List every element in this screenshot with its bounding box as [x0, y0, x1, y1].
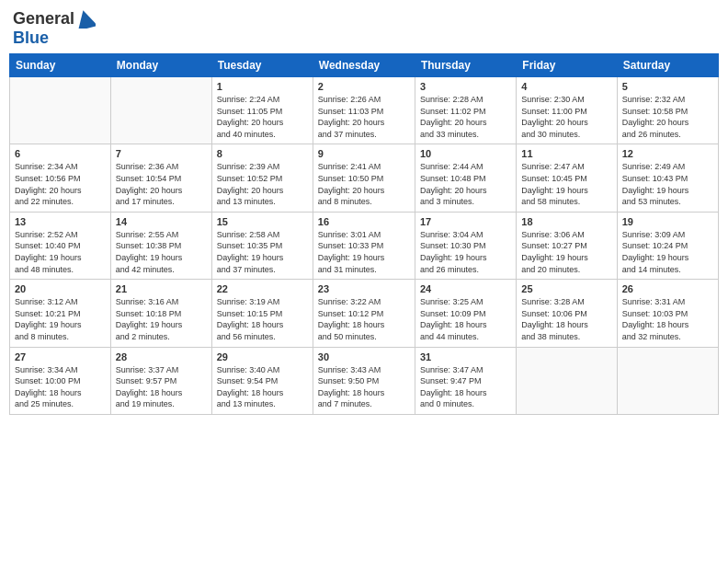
day-info: Sunrise: 3:37 AM Sunset: 9:57 PM Dayligh… [116, 364, 207, 410]
day-info: Sunrise: 3:19 AM Sunset: 10:15 PM Daylig… [217, 296, 308, 342]
weekday-header-wednesday: Wednesday [313, 54, 415, 77]
calendar-cell: 11Sunrise: 2:47 AM Sunset: 10:45 PM Dayl… [517, 144, 617, 212]
day-number: 21 [116, 283, 207, 294]
day-info: Sunrise: 2:30 AM Sunset: 11:00 PM Daylig… [521, 94, 611, 140]
calendar-cell [10, 77, 111, 144]
calendar-cell: 29Sunrise: 3:40 AM Sunset: 9:54 PM Dayli… [211, 347, 313, 414]
day-number: 24 [420, 283, 511, 294]
calendar-cell: 27Sunrise: 3:34 AM Sunset: 10:00 PM Dayl… [10, 347, 111, 414]
day-number: 13 [15, 216, 106, 227]
calendar-cell: 26Sunrise: 3:31 AM Sunset: 10:03 PM Dayl… [617, 280, 718, 347]
calendar-cell: 9Sunrise: 2:41 AM Sunset: 10:50 PM Dayli… [313, 144, 415, 212]
day-number: 26 [622, 283, 713, 294]
day-info: Sunrise: 3:43 AM Sunset: 9:50 PM Dayligh… [318, 364, 410, 410]
day-info: Sunrise: 3:12 AM Sunset: 10:21 PM Daylig… [15, 296, 106, 342]
calendar-cell: 1Sunrise: 2:24 AM Sunset: 11:05 PM Dayli… [211, 77, 313, 144]
logo: General Blue [13, 9, 97, 48]
day-number: 1 [217, 81, 308, 92]
day-info: Sunrise: 2:55 AM Sunset: 10:38 PM Daylig… [116, 229, 207, 275]
day-number: 8 [217, 148, 308, 159]
day-number: 3 [420, 81, 511, 92]
page-header: General Blue [9, 9, 719, 48]
day-info: Sunrise: 3:09 AM Sunset: 10:24 PM Daylig… [622, 229, 713, 275]
calendar-cell: 25Sunrise: 3:28 AM Sunset: 10:06 PM Dayl… [517, 280, 617, 347]
day-number: 6 [15, 148, 106, 159]
calendar-cell: 15Sunrise: 2:58 AM Sunset: 10:35 PM Dayl… [211, 212, 313, 279]
calendar-table: SundayMondayTuesdayWednesdayThursdayFrid… [9, 53, 719, 415]
calendar-cell: 4Sunrise: 2:30 AM Sunset: 11:00 PM Dayli… [517, 77, 617, 144]
calendar-cell: 22Sunrise: 3:19 AM Sunset: 10:15 PM Dayl… [211, 280, 313, 347]
calendar-week-3: 13Sunrise: 2:52 AM Sunset: 10:40 PM Dayl… [10, 212, 719, 279]
day-info: Sunrise: 2:39 AM Sunset: 10:52 PM Daylig… [217, 161, 308, 207]
weekday-header-monday: Monday [110, 54, 211, 77]
calendar-cell: 12Sunrise: 2:49 AM Sunset: 10:43 PM Dayl… [617, 144, 718, 212]
calendar-cell: 18Sunrise: 3:06 AM Sunset: 10:27 PM Dayl… [517, 212, 617, 279]
day-info: Sunrise: 3:25 AM Sunset: 10:09 PM Daylig… [420, 296, 511, 342]
day-number: 20 [15, 283, 106, 294]
day-number: 7 [116, 148, 207, 159]
calendar-cell: 7Sunrise: 2:36 AM Sunset: 10:54 PM Dayli… [110, 144, 211, 212]
day-number: 25 [521, 283, 611, 294]
day-number: 2 [318, 81, 410, 92]
day-info: Sunrise: 2:34 AM Sunset: 10:56 PM Daylig… [15, 161, 106, 207]
day-number: 18 [521, 216, 611, 227]
day-info: Sunrise: 3:22 AM Sunset: 10:12 PM Daylig… [318, 296, 410, 342]
day-info: Sunrise: 2:36 AM Sunset: 10:54 PM Daylig… [116, 161, 207, 207]
day-info: Sunrise: 2:41 AM Sunset: 10:50 PM Daylig… [318, 161, 410, 207]
calendar-cell: 16Sunrise: 3:01 AM Sunset: 10:33 PM Dayl… [313, 212, 415, 279]
calendar-cell: 6Sunrise: 2:34 AM Sunset: 10:56 PM Dayli… [10, 144, 111, 212]
day-info: Sunrise: 2:47 AM Sunset: 10:45 PM Daylig… [521, 161, 611, 207]
calendar-cell: 14Sunrise: 2:55 AM Sunset: 10:38 PM Dayl… [110, 212, 211, 279]
calendar-cell: 21Sunrise: 3:16 AM Sunset: 10:18 PM Dayl… [110, 280, 211, 347]
day-info: Sunrise: 3:40 AM Sunset: 9:54 PM Dayligh… [217, 364, 308, 410]
day-number: 15 [217, 216, 308, 227]
day-number: 23 [318, 283, 410, 294]
day-info: Sunrise: 2:24 AM Sunset: 11:05 PM Daylig… [217, 94, 308, 140]
day-info: Sunrise: 2:26 AM Sunset: 11:03 PM Daylig… [318, 94, 410, 140]
calendar-cell: 17Sunrise: 3:04 AM Sunset: 10:30 PM Dayl… [415, 212, 516, 279]
day-number: 4 [521, 81, 611, 92]
day-number: 17 [420, 216, 511, 227]
calendar-cell [617, 347, 718, 414]
calendar-cell: 5Sunrise: 2:32 AM Sunset: 10:58 PM Dayli… [617, 77, 718, 144]
calendar-week-5: 27Sunrise: 3:34 AM Sunset: 10:00 PM Dayl… [10, 347, 719, 414]
day-info: Sunrise: 2:32 AM Sunset: 10:58 PM Daylig… [622, 94, 713, 140]
calendar-header-row: SundayMondayTuesdayWednesdayThursdayFrid… [10, 54, 719, 77]
day-number: 29 [217, 351, 308, 362]
calendar-cell [517, 347, 617, 414]
day-info: Sunrise: 3:31 AM Sunset: 10:03 PM Daylig… [622, 296, 713, 342]
calendar-cell: 30Sunrise: 3:43 AM Sunset: 9:50 PM Dayli… [313, 347, 415, 414]
day-number: 30 [318, 351, 410, 362]
day-number: 9 [318, 148, 410, 159]
calendar-cell: 8Sunrise: 2:39 AM Sunset: 10:52 PM Dayli… [211, 144, 313, 212]
day-info: Sunrise: 2:44 AM Sunset: 10:48 PM Daylig… [420, 161, 511, 207]
calendar-cell: 20Sunrise: 3:12 AM Sunset: 10:21 PM Dayl… [10, 280, 111, 347]
day-number: 16 [318, 216, 410, 227]
calendar-cell: 23Sunrise: 3:22 AM Sunset: 10:12 PM Dayl… [313, 280, 415, 347]
calendar-cell: 13Sunrise: 2:52 AM Sunset: 10:40 PM Dayl… [10, 212, 111, 279]
day-number: 12 [622, 148, 713, 159]
calendar-cell: 19Sunrise: 3:09 AM Sunset: 10:24 PM Dayl… [617, 212, 718, 279]
weekday-header-friday: Friday [517, 54, 617, 77]
day-info: Sunrise: 2:49 AM Sunset: 10:43 PM Daylig… [622, 161, 713, 207]
day-info: Sunrise: 3:06 AM Sunset: 10:27 PM Daylig… [521, 229, 611, 275]
day-info: Sunrise: 3:47 AM Sunset: 9:47 PM Dayligh… [420, 364, 511, 410]
calendar-week-4: 20Sunrise: 3:12 AM Sunset: 10:21 PM Dayl… [10, 280, 719, 347]
day-info: Sunrise: 2:28 AM Sunset: 11:02 PM Daylig… [420, 94, 511, 140]
calendar-cell: 10Sunrise: 2:44 AM Sunset: 10:48 PM Dayl… [415, 144, 516, 212]
weekday-header-tuesday: Tuesday [211, 54, 313, 77]
day-number: 5 [622, 81, 713, 92]
svg-marker-0 [75, 10, 96, 29]
logo-icon [75, 10, 96, 29]
calendar-cell [110, 77, 211, 144]
day-number: 31 [420, 351, 511, 362]
day-number: 19 [622, 216, 713, 227]
day-info: Sunrise: 3:34 AM Sunset: 10:00 PM Daylig… [15, 364, 106, 410]
calendar-cell: 31Sunrise: 3:47 AM Sunset: 9:47 PM Dayli… [415, 347, 516, 414]
day-number: 22 [217, 283, 308, 294]
weekday-header-sunday: Sunday [10, 54, 111, 77]
day-info: Sunrise: 2:58 AM Sunset: 10:35 PM Daylig… [217, 229, 308, 275]
calendar-week-1: 1Sunrise: 2:24 AM Sunset: 11:05 PM Dayli… [10, 77, 719, 144]
calendar-cell: 24Sunrise: 3:25 AM Sunset: 10:09 PM Dayl… [415, 280, 516, 347]
day-info: Sunrise: 2:52 AM Sunset: 10:40 PM Daylig… [15, 229, 106, 275]
